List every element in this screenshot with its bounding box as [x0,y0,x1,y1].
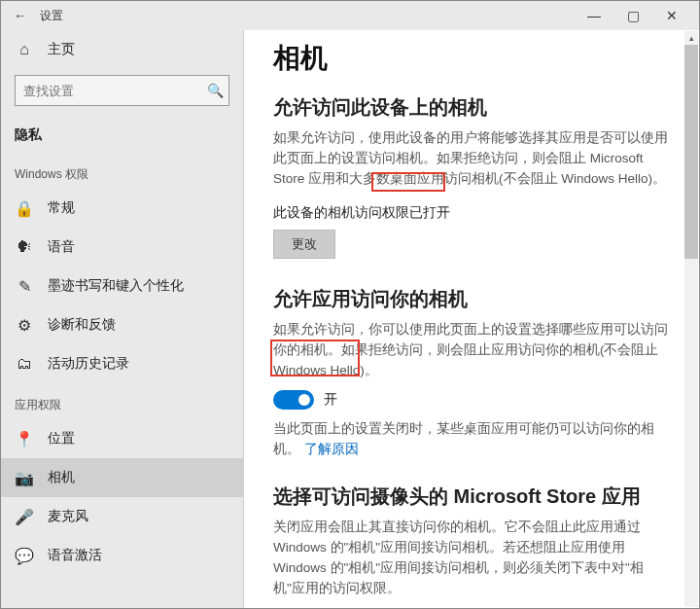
sidebar-item[interactable]: ✎墨迹书写和键入个性化 [1,267,243,305]
nav-icon: ⚙ [15,316,34,335]
scroll-thumb[interactable] [684,45,698,259]
sidebar-label: 位置 [48,430,75,448]
group-label-apps: 应用权限 [1,383,243,419]
section-desc: 如果允许访问，你可以使用此页面上的设置选择哪些应用可以访问你的相机。如果拒绝访问… [273,320,670,381]
group-label-windows: Windows 权限 [1,153,243,189]
home-icon: ⌂ [15,41,34,58]
sidebar-label: 常规 [48,199,75,217]
nav-icon: 💬 [15,547,34,565]
app-row: 3D 查看器 开 [273,607,670,608]
nav-icon: 🔒 [15,199,34,218]
section-title: 选择可访问摄像头的 Microsoft Store 应用 [273,484,670,510]
back-button[interactable]: ← [9,8,32,23]
sidebar-item[interactable]: 📷相机 [1,458,243,497]
sidebar-label: 语音激活 [48,547,102,564]
camera-access-status: 此设备的相机访问权限已打开 [273,203,670,224]
titlebar: ← 设置 — ▢ ✕ [1,1,699,30]
window-title: 设置 [40,8,63,24]
sidebar-item[interactable]: 🗣语音 [1,228,243,267]
maximize-button[interactable]: ▢ [613,8,652,23]
sidebar-item[interactable]: 💬语音激活 [1,536,243,575]
search-box[interactable]: 🔍 [15,75,229,106]
sidebar-label: 语音 [48,238,75,256]
sidebar-item[interactable]: 📍位置 [1,419,243,458]
section-desc: 关闭应用会阻止其直接访问你的相机。它不会阻止此应用通过 Windows 的"相机… [273,518,670,599]
sidebar-item[interactable]: 🎤麦克风 [1,497,243,536]
close-button[interactable]: ✕ [652,8,691,23]
scroll-up-icon[interactable]: ▴ [684,31,698,45]
sidebar-item[interactable]: ⚙诊断和反馈 [1,305,243,344]
nav-icon: 📍 [15,430,34,448]
nav-icon: 🎤 [15,508,34,526]
section-desc: 如果允许访问，使用此设备的用户将能够选择其应用是否可以使用此页面上的设置访问相机… [273,128,670,190]
category-title: 隐私 [1,118,243,153]
search-input[interactable] [16,80,201,102]
section-title: 允许应用访问你的相机 [273,286,670,312]
sidebar-label: 麦克风 [48,508,88,525]
sidebar: ⌂ 主页 🔍 隐私 Windows 权限 🔒常规🗣语音✎墨迹书写和键入个性化⚙诊… [1,30,244,608]
sidebar-label: 相机 [48,469,75,486]
search-icon: 🔍 [201,83,228,98]
change-button[interactable]: 更改 [273,230,335,259]
nav-icon: 🗣 [15,238,34,256]
sidebar-label: 活动历史记录 [48,355,129,373]
sidebar-label: 主页 [48,41,75,58]
section-title: 允许访问此设备上的相机 [273,94,670,121]
learn-why-link[interactable]: 了解原因 [304,442,359,456]
sidebar-item[interactable]: 🔒常规 [1,189,243,228]
nav-icon: ✎ [15,277,34,296]
scrollbar[interactable]: ▴ [684,31,698,607]
content-pane: 相机 允许访问此设备上的相机 如果允许访问，使用此设备的用户将能够选择其应用是否… [244,30,699,608]
settings-window: ← 设置 — ▢ ✕ ⌂ 主页 🔍 隐私 Windows 权限 🔒常规🗣语音✎墨… [0,0,700,609]
nav-icon: 🗂 [15,355,34,373]
section-note: 当此页面上的设置关闭时，某些桌面应用可能仍可以访问你的相机。 了解原因 [273,419,670,460]
sidebar-label: 墨迹书写和键入个性化 [48,277,184,295]
allow-apps-toggle[interactable]: 开 [273,390,670,410]
sidebar-label: 诊断和反馈 [48,316,116,334]
nav-icon: 📷 [15,469,34,487]
toggle-label: 开 [324,391,337,409]
page-heading: 相机 [273,40,670,77]
sidebar-home[interactable]: ⌂ 主页 [1,30,243,69]
minimize-button[interactable]: — [575,8,613,23]
sidebar-item[interactable]: 🗂活动历史记录 [1,344,243,383]
